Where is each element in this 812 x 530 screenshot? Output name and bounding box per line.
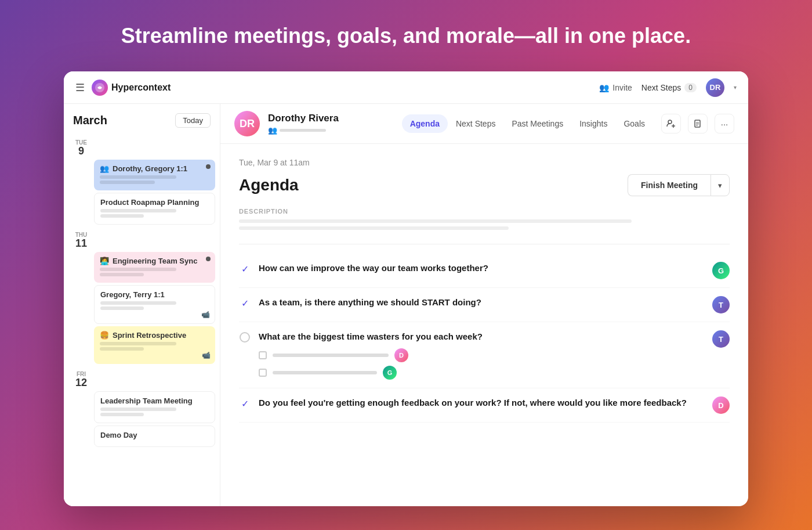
sub-item-row-1: D	[259, 348, 704, 362]
tab-next-steps[interactable]: Next Steps	[448, 114, 503, 133]
agenda-content: Tue, Mar 9 at 11am Agenda Finish Meeting…	[220, 144, 748, 506]
sub-avatar-2: G	[383, 366, 397, 380]
nav-dropdown-arrow[interactable]: ▾	[734, 84, 737, 91]
hero-title: Streamline meetings, goals, and morale—a…	[121, 23, 691, 48]
meeting-card-product-roadmap[interactable]: Product Roapmap Planning	[94, 193, 215, 225]
agenda-item-content-1: How can we improve the way our team work…	[259, 262, 704, 274]
day-num-12: 12	[75, 377, 87, 389]
meeting-card-engineering-sync[interactable]: 👩‍💻 Engineering Team Sync	[94, 252, 215, 283]
day-label-9: TUE 9	[64, 135, 220, 160]
meeting-card-gregory-terry[interactable]: Gregory, Terry 1:1 📹	[94, 285, 215, 324]
check-done-icon-1: ✓	[241, 264, 249, 275]
logo-area: Hypercontext	[92, 80, 171, 96]
check-done-icon-2: ✓	[241, 298, 249, 309]
meeting-list-12: Leadership Team Meeting Demo Day	[64, 391, 220, 447]
divider	[239, 244, 730, 244]
hamburger-icon[interactable]: ☰	[75, 81, 85, 94]
sub-checkbox-1[interactable]	[259, 351, 267, 359]
agenda-question-4: Do you feel you're getting enough feedba…	[259, 396, 704, 409]
meeting-sub-line-1	[100, 342, 176, 345]
meeting-tabs: Agenda Next Steps Past Meetings Insights…	[402, 114, 653, 133]
meeting-card-dorothy-gregory[interactable]: 👥 Dorothy, Gregory 1:1	[94, 160, 215, 190]
agenda-item-2: ✓ As a team, is there anything we should…	[239, 288, 730, 322]
video-icon: 📹	[201, 311, 210, 319]
agenda-check-2[interactable]: ✓	[239, 297, 251, 309]
meeting-title-dorothy: 👥 Dorothy, Gregory 1:1	[100, 164, 209, 173]
agenda-sub-items-3: D G	[259, 348, 704, 380]
meeting-list-11: 👩‍💻 Engineering Team Sync Gregory, Terry…	[64, 252, 220, 364]
agenda-question-2: As a team, is there anything we should S…	[259, 296, 704, 308]
meeting-actions: ···	[661, 114, 734, 134]
svg-point-1	[668, 120, 672, 124]
day-group-9: TUE 9 👥 Dorothy, Gregory 1:1	[64, 135, 220, 225]
sub-line-2	[273, 371, 377, 374]
meeting-name-area: Dorothy Rivera 👥	[268, 113, 394, 135]
next-steps-nav-label: Next Steps	[641, 83, 681, 92]
item-avatar-4: D	[712, 396, 730, 414]
agenda-check-3[interactable]	[239, 331, 251, 343]
next-steps-nav-button[interactable]: Next Steps 0	[641, 83, 697, 92]
invite-button[interactable]: 👥 Invite	[599, 83, 632, 92]
check-circle-3	[240, 332, 250, 342]
meeting-avatar: DR	[234, 111, 260, 136]
day-num-9: 9	[78, 146, 84, 157]
meeting-sub-line-2	[100, 273, 144, 276]
content-area: DR Dorothy Rivera 👥 Agenda Next Steps Pa…	[220, 104, 748, 506]
day-num-11: 11	[75, 238, 87, 250]
agenda-check-4[interactable]: ✓	[239, 398, 251, 409]
tab-agenda[interactable]: Agenda	[402, 114, 448, 133]
day-info-12: FRI 12	[73, 371, 89, 389]
finish-meeting-button[interactable]: Finish Meeting	[628, 174, 710, 196]
user-avatar-nav[interactable]: DR	[706, 78, 724, 97]
meeting-title-engineering: 👩‍💻 Engineering Team Sync	[100, 257, 209, 265]
agenda-item-4: ✓ Do you feel you're getting enough feed…	[239, 388, 730, 423]
add-person-button[interactable]	[661, 114, 681, 134]
tab-goals[interactable]: Goals	[615, 114, 653, 133]
meeting-sub-line-1	[100, 408, 176, 411]
meeting-dot	[206, 164, 211, 169]
top-nav: ☰ Hypercontext 👥 Invite Next Steps 0	[64, 71, 748, 104]
agenda-item-content-4: Do you feel you're getting enough feedba…	[259, 396, 704, 409]
item-avatar-1: G	[712, 262, 730, 279]
main-layout: March Today TUE 9 👥 Dorothy, Gregory 1:1	[64, 104, 748, 506]
finish-meeting-dropdown[interactable]: ▾	[710, 174, 730, 196]
meeting-card-leadership[interactable]: Leadership Team Meeting	[94, 391, 215, 423]
meeting-title-leadership: Leadership Team Meeting	[100, 396, 209, 405]
meeting-card-demo-day[interactable]: Demo Day	[94, 426, 215, 447]
meeting-person-sub: 👥	[268, 126, 394, 135]
meeting-sub-line-2	[100, 307, 144, 310]
description-label: DESCRIPTION	[239, 208, 730, 215]
today-button[interactable]: Today	[175, 113, 211, 128]
agenda-check-1[interactable]: ✓	[239, 263, 251, 275]
day-label-12: FRI 12	[64, 366, 220, 391]
meeting-sub-line-2	[100, 214, 144, 218]
meeting-list-9: 👥 Dorothy, Gregory 1:1 Product Roapmap P…	[64, 160, 220, 225]
meeting-card-sprint-retro[interactable]: 🍔 Sprint Retrospective 📹	[94, 326, 215, 364]
meeting-sub-line-1	[100, 175, 176, 179]
logo-text: Hypercontext	[111, 82, 171, 93]
sidebar-header: March Today	[64, 113, 220, 135]
meeting-sub-line-2	[100, 413, 144, 416]
meeting-sub-line-2	[100, 347, 144, 351]
more-options-button[interactable]: ···	[715, 114, 734, 134]
sub-checkbox-2[interactable]	[259, 369, 267, 377]
meeting-title-product: Product Roapmap Planning	[100, 198, 209, 207]
app-window: ☰ Hypercontext 👥 Invite Next Steps 0	[64, 71, 748, 506]
check-done-icon-4: ✓	[241, 398, 249, 409]
document-button[interactable]	[688, 114, 708, 134]
tab-insights[interactable]: Insights	[571, 114, 615, 133]
meeting-title-sprint: 🍔 Sprint Retrospective	[100, 331, 209, 340]
tab-past-meetings[interactable]: Past Meetings	[503, 114, 571, 133]
person-line	[280, 129, 326, 132]
meeting-sub-line-1	[100, 301, 176, 305]
day-group-12: FRI 12 Leadership Team Meeting De	[64, 366, 220, 447]
day-label-11: THU 11	[64, 227, 220, 252]
sidebar: March Today TUE 9 👥 Dorothy, Gregory 1:1	[64, 104, 220, 506]
meeting-date-line: Tue, Mar 9 at 11am	[239, 158, 730, 167]
agenda-item-3: What are the biggest time wasters for yo…	[239, 322, 730, 388]
next-steps-badge: 0	[684, 83, 697, 92]
agenda-question-3: What are the biggest time wasters for yo…	[259, 330, 704, 342]
day-info-11: THU 11	[73, 232, 89, 250]
desc-line-1	[239, 219, 632, 223]
agenda-item-1: ✓ How can we improve the way our team wo…	[239, 254, 730, 288]
